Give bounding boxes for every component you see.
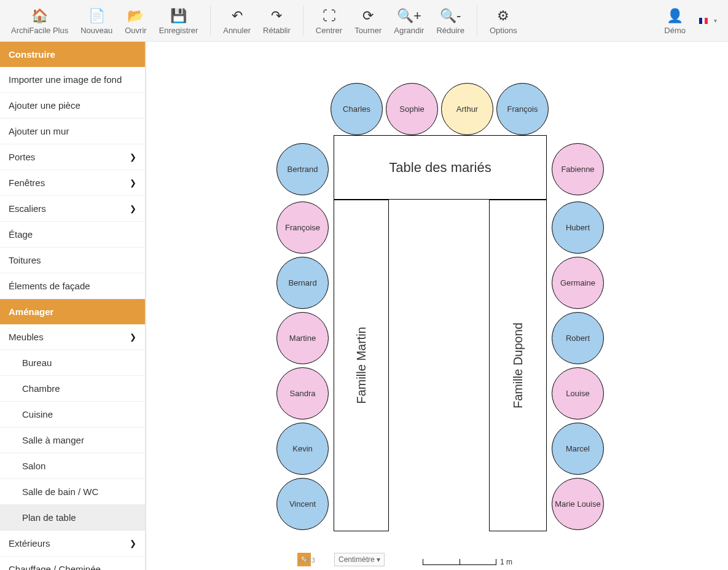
table-left[interactable]: Famille Martin <box>334 200 389 531</box>
seat-fabienne[interactable]: Fabienne <box>552 143 604 195</box>
sidebar-item-label: Chauffage / Cheminée <box>9 564 101 570</box>
table-main[interactable]: Table des mariés <box>334 135 547 200</box>
sidebar-item-label: Escaliers <box>9 203 46 214</box>
sidebar-item-label: Ajouter un mur <box>9 126 69 136</box>
sidebar-item-windows[interactable]: Fenêtres❯ <box>0 170 145 196</box>
sidebar-item-doors[interactable]: Portes❯ <box>0 144 145 170</box>
sidebar-item-label: Ajouter une pièce <box>9 100 80 111</box>
seat-kevin[interactable]: Kevin <box>276 423 329 475</box>
new-label: Nouveau <box>80 26 112 35</box>
separator <box>210 6 211 36</box>
sidebar-item-furniture[interactable]: Meubles❯ <box>0 324 145 350</box>
seat-charles[interactable]: Charles <box>331 83 383 135</box>
sidebar-item-import-bg[interactable]: Importer une image de fond <box>0 67 145 93</box>
redo-icon: ↷ <box>271 7 282 25</box>
seat-label: Louise <box>566 389 589 398</box>
seat-hubert[interactable]: Hubert <box>552 201 604 254</box>
sidebar-sub-bedroom[interactable]: Chambre <box>0 376 145 402</box>
seat-sophie[interactable]: Sophie <box>386 83 438 135</box>
canvas[interactable]: Charles Sophie Arthur François Table des… <box>146 42 728 570</box>
seat-label: François <box>507 104 538 114</box>
sidebar-item-exterior[interactable]: Extérieurs❯ <box>0 531 145 556</box>
sidebar-item-label: Fenêtres <box>9 178 45 188</box>
center-button[interactable]: ⛶ Centrer <box>310 4 348 37</box>
options-button[interactable]: ⚙ Options <box>483 4 523 37</box>
user-button[interactable]: 👤 Démo <box>658 4 692 37</box>
seat-bernard[interactable]: Bernard <box>276 257 329 309</box>
seat-louise[interactable]: Louise <box>552 367 604 420</box>
open-button[interactable]: 📂 Ouvrir <box>119 4 152 37</box>
sidebar-item-facade[interactable]: Élements de façade <box>0 273 145 299</box>
sidebar-sub-dining[interactable]: Salle à manger <box>0 428 145 453</box>
sidebar-item-label: Toitures <box>9 255 41 265</box>
sidebar-header-build: Construire <box>0 42 145 67</box>
seat-label: Kevin <box>292 444 313 453</box>
seat-label: Arthur <box>456 104 478 114</box>
zoomin-button[interactable]: 🔍+ Agrandir <box>388 4 430 37</box>
seat-arthur[interactable]: Arthur <box>441 83 493 135</box>
sidebar-sub-seating[interactable]: Plan de table <box>0 505 145 531</box>
rotate-button[interactable]: ⟳ Tourner <box>348 4 388 37</box>
sidebar-item-label: Meubles <box>9 332 44 342</box>
user-label: Démo <box>664 26 686 35</box>
seat-label: Sophie <box>399 104 424 114</box>
seat-label: Hubert <box>566 223 590 232</box>
seat-bertrand[interactable]: Bertrand <box>276 143 329 195</box>
seat-marcel[interactable]: Marcel <box>552 423 604 475</box>
seat-germaine[interactable]: Germaine <box>552 257 604 309</box>
sidebar-sub-kitchen[interactable]: Cuisine <box>0 402 145 428</box>
sidebar-item-label: Chambre <box>22 383 60 394</box>
seat-robert[interactable]: Robert <box>552 312 604 364</box>
file-icon: 📄 <box>88 7 105 25</box>
seat-label: Charles <box>343 104 370 114</box>
scale: 1 m <box>423 558 512 566</box>
zoomout-button[interactable]: 🔍- Réduire <box>430 4 471 37</box>
zoomin-icon: 🔍+ <box>397 7 421 25</box>
chevron-down-icon[interactable]: ▾ <box>714 17 717 24</box>
zoomout-icon: 🔍- <box>440 7 461 25</box>
new-button[interactable]: 📄 Nouveau <box>74 4 119 37</box>
seat-francoise[interactable]: Françoise <box>276 201 329 254</box>
sidebar-sub-living[interactable]: Salon <box>0 453 145 479</box>
undo-button[interactable]: ↶ Annuler <box>217 4 257 37</box>
seat-martine[interactable]: Martine <box>276 312 329 364</box>
undo-icon: ↶ <box>232 7 243 25</box>
redo-button[interactable]: ↷ Rétablir <box>257 4 297 37</box>
scale-bar <box>423 559 496 565</box>
sidebar-item-label: Élements de façade <box>9 281 90 291</box>
save-label: Enregistrer <box>159 26 198 35</box>
flag-icon[interactable] <box>699 18 708 24</box>
sidebar-item-add-wall[interactable]: Ajouter un mur <box>0 119 145 144</box>
sidebar-item-label: Salle à manger <box>22 435 84 445</box>
seat-marielouise[interactable]: Marie Louise <box>552 478 604 530</box>
home-button[interactable]: 🏠 ArchiFacile Plus <box>5 4 74 37</box>
sidebar-item-stairs[interactable]: Escaliers❯ <box>0 196 145 222</box>
rotate-icon: ⟳ <box>362 7 374 25</box>
sidebar-sub-office[interactable]: Bureau <box>0 350 145 376</box>
sidebar-item-label: Extérieurs <box>9 538 50 549</box>
options-label: Options <box>490 26 517 35</box>
save-button[interactable]: 💾 Enregistrer <box>153 4 205 37</box>
sidebar-item-roofs[interactable]: Toitures <box>0 248 145 273</box>
seat-francois[interactable]: François <box>496 83 549 135</box>
sidebar-item-label: Salon <box>22 461 45 471</box>
table-right[interactable]: Famille Dupond <box>489 200 547 531</box>
rotate-label: Tourner <box>354 26 382 35</box>
unit-select[interactable]: Centimètre ▾ <box>334 553 385 566</box>
sidebar-item-add-room[interactable]: Ajouter une pièce <box>0 93 145 119</box>
redo-label: Rétablir <box>263 26 291 35</box>
save-icon: 💾 <box>170 7 187 25</box>
seat-vincent[interactable]: Vincent <box>276 478 329 530</box>
sidebar-item-label: Bureau <box>22 357 52 368</box>
seat-label: Germaine <box>560 278 595 287</box>
center-icon: ⛶ <box>323 7 336 25</box>
seat-sandra[interactable]: Sandra <box>276 367 329 420</box>
home-label: ArchiFacile Plus <box>11 26 68 35</box>
gear-icon: ⚙ <box>497 7 509 25</box>
sidebar-item-heating[interactable]: Chauffage / Cheminée <box>0 556 145 570</box>
sidebar[interactable]: Construire Importer une image de fond Aj… <box>0 42 146 570</box>
sidebar-item-floor[interactable]: Étage <box>0 222 145 248</box>
user-icon: 👤 <box>667 7 683 25</box>
seat-label: Vincent <box>289 499 316 509</box>
sidebar-sub-bath[interactable]: Salle de bain / WC <box>0 479 145 505</box>
